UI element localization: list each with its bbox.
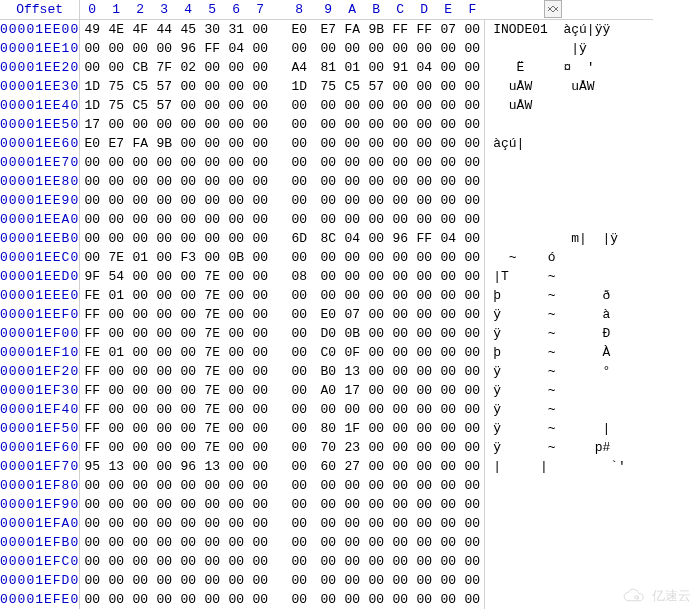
hex-cell[interactable]: FF <box>80 400 105 419</box>
hex-cell[interactable]: 00 <box>388 457 412 476</box>
hex-cell[interactable]: 00 <box>176 590 200 609</box>
hex-cell[interactable]: 00 <box>364 267 388 286</box>
hex-cell[interactable]: 00 <box>248 438 272 457</box>
ascii-cell[interactable]: þ ~ ð <box>485 286 654 305</box>
hex-cell[interactable]: 00 <box>364 495 388 514</box>
hex-cell[interactable]: 00 <box>128 590 152 609</box>
ascii-cell[interactable]: |ÿ <box>485 39 654 58</box>
hex-cell[interactable]: 00 <box>412 419 436 438</box>
ascii-cell[interactable]: ÿ ~ <box>485 400 654 419</box>
offset-cell[interactable]: 00001EF00 <box>0 324 80 343</box>
offset-cell[interactable]: 00001EF50 <box>0 419 80 438</box>
hex-cell[interactable]: FF <box>80 305 105 324</box>
hex-cell[interactable]: 00 <box>316 134 340 153</box>
hex-cell[interactable]: 00 <box>152 343 176 362</box>
hex-cell[interactable]: 00 <box>412 495 436 514</box>
hex-cell[interactable]: 00 <box>80 495 105 514</box>
hex-cell[interactable]: 00 <box>460 39 485 58</box>
ascii-cell[interactable]: àçú| <box>485 134 654 153</box>
hex-cell[interactable]: 00 <box>272 533 316 552</box>
hex-cell[interactable]: 00 <box>200 134 224 153</box>
ascii-cell[interactable]: ÿ ~ à <box>485 305 654 324</box>
hex-cell[interactable]: 00 <box>364 324 388 343</box>
hex-cell[interactable]: 00 <box>152 153 176 172</box>
hex-cell[interactable]: 00 <box>412 305 436 324</box>
hex-cell[interactable]: 00 <box>104 172 128 191</box>
hex-cell[interactable]: 00 <box>460 362 485 381</box>
hex-cell[interactable]: 00 <box>412 134 436 153</box>
hex-cell[interactable]: 00 <box>272 324 316 343</box>
hex-cell[interactable]: F3 <box>176 248 200 267</box>
hex-cell[interactable]: 00 <box>104 476 128 495</box>
hex-cell[interactable]: FF <box>412 20 436 40</box>
hex-cell[interactable]: 00 <box>272 514 316 533</box>
fold-toggle-icon[interactable] <box>544 0 562 18</box>
ascii-cell[interactable] <box>485 552 654 571</box>
hex-cell[interactable]: 00 <box>412 590 436 609</box>
hex-cell[interactable]: 00 <box>128 172 152 191</box>
hex-cell[interactable]: 00 <box>128 514 152 533</box>
hex-cell[interactable]: 00 <box>436 381 460 400</box>
hex-cell[interactable]: C5 <box>128 77 152 96</box>
hex-cell[interactable]: 00 <box>272 476 316 495</box>
hex-cell[interactable]: 00 <box>340 590 364 609</box>
offset-cell[interactable]: 00001EE90 <box>0 191 80 210</box>
hex-cell[interactable]: 60 <box>316 457 340 476</box>
hex-cell[interactable]: 00 <box>460 115 485 134</box>
hex-cell[interactable]: 00 <box>340 400 364 419</box>
hex-cell[interactable]: 00 <box>412 286 436 305</box>
offset-cell[interactable]: 00001EEF0 <box>0 305 80 324</box>
hex-cell[interactable]: 00 <box>104 438 128 457</box>
hex-cell[interactable]: 00 <box>152 210 176 229</box>
hex-cell[interactable]: 00 <box>388 514 412 533</box>
hex-cell[interactable]: 00 <box>340 172 364 191</box>
hex-cell[interactable]: 00 <box>388 286 412 305</box>
hex-cell[interactable]: 00 <box>152 39 176 58</box>
hex-cell[interactable]: 00 <box>364 590 388 609</box>
hex-cell[interactable]: 7E <box>200 305 224 324</box>
hex-cell[interactable]: 00 <box>152 305 176 324</box>
hex-cell[interactable]: 00 <box>436 362 460 381</box>
hex-cell[interactable]: 1D <box>80 96 105 115</box>
hex-cell[interactable]: 00 <box>224 476 248 495</box>
hex-cell[interactable]: 00 <box>388 134 412 153</box>
hex-cell[interactable]: 00 <box>248 552 272 571</box>
hex-cell[interactable]: 00 <box>200 96 224 115</box>
hex-cell[interactable]: 08 <box>272 267 316 286</box>
offset-cell[interactable]: 00001EE50 <box>0 115 80 134</box>
hex-cell[interactable]: 00 <box>272 362 316 381</box>
hex-cell[interactable]: 75 <box>316 77 340 96</box>
hex-cell[interactable]: 00 <box>224 514 248 533</box>
hex-cell[interactable]: 00 <box>364 571 388 590</box>
ascii-cell[interactable] <box>485 191 654 210</box>
hex-cell[interactable]: 00 <box>412 153 436 172</box>
hex-cell[interactable]: FF <box>412 229 436 248</box>
hex-cell[interactable]: 00 <box>248 476 272 495</box>
hex-cell[interactable]: 04 <box>340 229 364 248</box>
hex-cell[interactable]: 00 <box>200 495 224 514</box>
hex-cell[interactable]: 96 <box>388 229 412 248</box>
hex-cell[interactable]: 13 <box>104 457 128 476</box>
hex-cell[interactable]: A0 <box>316 381 340 400</box>
hex-cell[interactable]: 00 <box>248 419 272 438</box>
hex-cell[interactable]: 04 <box>412 58 436 77</box>
hex-cell[interactable]: 00 <box>412 96 436 115</box>
hex-cell[interactable]: 00 <box>272 419 316 438</box>
ascii-cell[interactable] <box>485 115 654 134</box>
ascii-cell[interactable]: ÿ ~ ° <box>485 362 654 381</box>
hex-cell[interactable]: 00 <box>176 343 200 362</box>
hex-cell[interactable]: 00 <box>388 552 412 571</box>
hex-cell[interactable]: 00 <box>412 514 436 533</box>
hex-cell[interactable]: 00 <box>460 457 485 476</box>
hex-cell[interactable]: 00 <box>104 533 128 552</box>
hex-cell[interactable]: 00 <box>388 533 412 552</box>
offset-cell[interactable]: 00001EF60 <box>0 438 80 457</box>
hex-cell[interactable]: 00 <box>248 457 272 476</box>
hex-cell[interactable]: 00 <box>152 248 176 267</box>
hex-cell[interactable]: 00 <box>364 381 388 400</box>
hex-cell[interactable]: 00 <box>272 210 316 229</box>
hex-cell[interactable]: E7 <box>316 20 340 40</box>
hex-cell[interactable]: 45 <box>176 20 200 40</box>
hex-cell[interactable]: 00 <box>436 400 460 419</box>
hex-cell[interactable]: 00 <box>224 96 248 115</box>
